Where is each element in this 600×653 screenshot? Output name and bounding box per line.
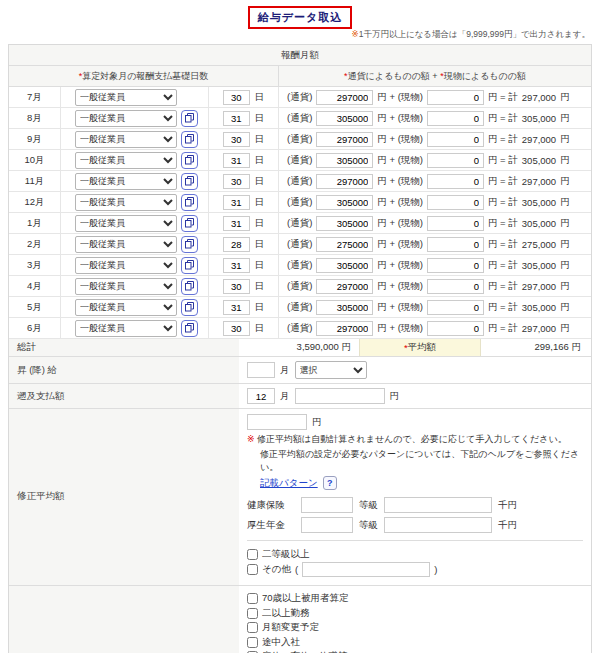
copy-icon[interactable]: [181, 194, 198, 211]
copy-icon[interactable]: [181, 320, 198, 337]
raise-type-select[interactable]: 選択: [295, 361, 367, 379]
inkind-amount-input[interactable]: [427, 90, 484, 105]
copy-icon[interactable]: [181, 215, 198, 232]
copy-icon[interactable]: [181, 257, 198, 274]
employee-type-cell: 一般従業員: [61, 234, 209, 254]
base-days-input[interactable]: [223, 321, 250, 336]
copy-glyph: [185, 323, 194, 333]
month-cell: 9月: [9, 129, 61, 149]
inkind-amount-input[interactable]: [427, 195, 484, 210]
currency-label: (通貨): [287, 196, 312, 209]
retro-month-input[interactable]: [247, 388, 275, 404]
base-days-input[interactable]: [223, 195, 250, 210]
total-eq-label: 円 = 計: [488, 280, 518, 293]
employee-type-select[interactable]: 一般従業員: [75, 110, 177, 127]
base-days-input[interactable]: [223, 279, 250, 294]
other-text-input[interactable]: [302, 562, 430, 577]
checkbox-item[interactable]: 二以上勤務: [247, 607, 310, 620]
copy-icon[interactable]: [181, 152, 198, 169]
currency-amount-input[interactable]: [316, 237, 373, 252]
base-days-input[interactable]: [223, 90, 250, 105]
currency-amount-input[interactable]: [316, 153, 373, 168]
employee-type-select[interactable]: 一般従業員: [75, 278, 177, 295]
copy-icon[interactable]: [181, 236, 198, 253]
grand-total-value: 3,590,000 円: [239, 341, 359, 354]
copy-icon[interactable]: [181, 131, 198, 148]
copy-glyph: [185, 155, 194, 165]
checkbox[interactable]: [247, 637, 258, 648]
health-grade-input[interactable]: [301, 497, 353, 513]
average-value: 299,166 円: [481, 341, 591, 354]
inkind-amount-input[interactable]: [427, 132, 484, 147]
copy-icon[interactable]: [181, 299, 198, 316]
copy-icon[interactable]: [181, 173, 198, 190]
amounts-cell: (通貨) 円 + (現物) 円 = 計 275,000 円: [279, 237, 591, 252]
health-amount-input[interactable]: [384, 497, 492, 513]
checkbox[interactable]: [247, 564, 258, 575]
checkbox[interactable]: [247, 549, 258, 560]
checkbox-item[interactable]: 月額変更予定: [247, 621, 319, 634]
adjusted-average-input[interactable]: [247, 414, 307, 430]
employee-type-select[interactable]: 一般従業員: [75, 131, 177, 148]
pension-grade-input[interactable]: [301, 517, 353, 533]
base-days-input[interactable]: [223, 258, 250, 273]
employee-type-select[interactable]: 一般従業員: [75, 152, 177, 169]
pension-amount-input[interactable]: [384, 517, 492, 533]
base-days-input[interactable]: [223, 111, 250, 126]
checkbox[interactable]: [247, 608, 258, 619]
pattern-link[interactable]: 記載パターン: [260, 477, 318, 490]
base-days-input[interactable]: [223, 237, 250, 252]
inkind-amount-input[interactable]: [427, 216, 484, 231]
currency-amount-input[interactable]: [316, 132, 373, 147]
employee-type-select[interactable]: 一般従業員: [75, 236, 177, 253]
retro-amount-input[interactable]: [295, 388, 385, 404]
base-days-input[interactable]: [223, 153, 250, 168]
employee-type-select[interactable]: 一般従業員: [75, 299, 177, 316]
base-days-input[interactable]: [223, 132, 250, 147]
total-eq-label: 円 = 計: [488, 112, 518, 125]
inkind-amount-input[interactable]: [427, 321, 484, 336]
checkbox[interactable]: [247, 622, 258, 633]
copy-icon[interactable]: [181, 278, 198, 295]
employee-type-select[interactable]: 一般従業員: [75, 89, 177, 106]
employee-type-select[interactable]: 一般従業員: [75, 173, 177, 190]
currency-amount-input[interactable]: [316, 195, 373, 210]
checkbox[interactable]: [247, 593, 258, 604]
checkbox-item[interactable]: 途中入社: [247, 636, 300, 649]
inkind-amount-input[interactable]: [427, 300, 484, 315]
inkind-amount-input[interactable]: [427, 258, 484, 273]
checkbox-item[interactable]: 二等級以上: [247, 548, 310, 561]
currency-label: (通貨): [287, 259, 312, 272]
currency-amount-input[interactable]: [316, 258, 373, 273]
month-label: 7月: [27, 91, 42, 104]
inkind-amount-input[interactable]: [427, 174, 484, 189]
inkind-amount-input[interactable]: [427, 237, 484, 252]
currency-amount-input[interactable]: [316, 174, 373, 189]
retro-pay-row: 遡及支払額 月 円: [9, 384, 591, 409]
base-days-cell: 日: [209, 150, 279, 170]
employee-type-select[interactable]: 一般従業員: [75, 194, 177, 211]
raise-month-input[interactable]: [247, 362, 275, 378]
base-days-input[interactable]: [223, 216, 250, 231]
inkind-amount-input[interactable]: [427, 279, 484, 294]
employee-type-select[interactable]: 一般従業員: [75, 215, 177, 232]
checkbox-item[interactable]: その他 ( ): [247, 562, 437, 577]
employee-type-cell: 一般従業員: [61, 87, 209, 107]
copy-icon[interactable]: [181, 110, 198, 127]
currency-amount-input[interactable]: [316, 279, 373, 294]
currency-amount-input[interactable]: [316, 300, 373, 315]
currency-amount-input[interactable]: [316, 321, 373, 336]
inkind-amount-input[interactable]: [427, 111, 484, 126]
yen-unit-label: 円: [560, 175, 570, 188]
currency-amount-input[interactable]: [316, 216, 373, 231]
employee-type-select[interactable]: 一般従業員: [75, 257, 177, 274]
base-days-input[interactable]: [223, 174, 250, 189]
currency-amount-input[interactable]: [316, 90, 373, 105]
currency-amount-input[interactable]: [316, 111, 373, 126]
base-days-cell: 日: [209, 87, 279, 107]
base-days-input[interactable]: [223, 300, 250, 315]
employee-type-select[interactable]: 一般従業員: [75, 320, 177, 337]
pattern-help-icon[interactable]: ?: [323, 476, 337, 490]
inkind-amount-input[interactable]: [427, 153, 484, 168]
checkbox-item[interactable]: 70歳以上被用者算定: [247, 592, 349, 605]
